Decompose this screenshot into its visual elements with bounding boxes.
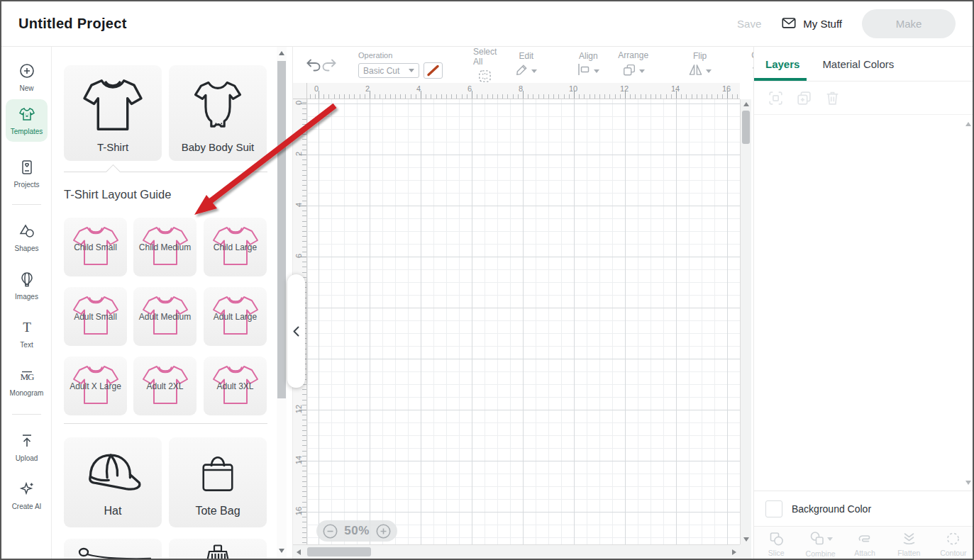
edit-button[interactable]: Edit (515, 51, 537, 79)
sidebar-item-projects[interactable]: Projects (1, 159, 52, 189)
trash-icon[interactable] (824, 89, 841, 107)
attach-button[interactable]: Attach (843, 527, 887, 560)
section-divider (64, 423, 267, 424)
scroll-right-arrow[interactable] (732, 549, 736, 555)
template-tile-partial-right[interactable] (169, 539, 267, 559)
duplicate-icon[interactable] (795, 89, 813, 107)
sidebar-item-create-ai[interactable]: Create AI (1, 481, 52, 510)
sidebar-item-templates[interactable]: Templates (6, 99, 48, 142)
operation-select[interactable]: Basic Cut (358, 63, 419, 78)
size-tile-adult-medium[interactable]: Adult Medium (133, 287, 197, 346)
panel-collapse-handle[interactable] (287, 274, 305, 388)
make-button[interactable]: Make (862, 9, 956, 38)
my-stuff-label: My Stuff (803, 18, 842, 30)
size-tile-child-small[interactable]: Child Small (64, 218, 127, 276)
scroll-down-arrow[interactable] (279, 549, 284, 553)
ruler-tick-label: 12 (294, 404, 303, 414)
background-color-swatch[interactable] (765, 500, 782, 517)
canvas-column: Operation Basic Cut Select All (292, 47, 753, 559)
scroll-down-arrow[interactable] (743, 537, 749, 542)
tab-material-colors[interactable]: Material Colors (822, 58, 894, 70)
combine-button[interactable]: Combine (798, 527, 842, 560)
plus-circle-icon (18, 62, 35, 81)
layers-list-area[interactable] (754, 115, 974, 491)
material-color-swatch[interactable] (424, 62, 443, 79)
scrollbar-thumb[interactable] (742, 111, 750, 144)
sidebar-item-label: Monogram (10, 389, 44, 397)
slice-button[interactable]: Slice (754, 527, 798, 560)
chevron-down-icon (706, 69, 712, 73)
sidebar-item-shapes[interactable]: Shapes (1, 223, 52, 252)
flatten-label: Flatten (897, 549, 920, 557)
size-label: Adult X Large (64, 381, 127, 391)
sidebar-item-monogram[interactable]: MG Monogram (1, 367, 52, 397)
right-panel-tabs: Layers Material Colors (754, 47, 974, 82)
template-tile-baby-body-suit[interactable]: Baby Body Suit (169, 65, 267, 161)
scroll-up-arrow[interactable] (743, 102, 749, 106)
size-tile-adult-x-large[interactable]: Adult X Large (64, 357, 127, 415)
templates-panel: T-Shirt Baby Body Suit T-Shirt Layout Gu… (52, 47, 292, 559)
sidebar-item-text[interactable]: T Text (1, 319, 52, 349)
sidebar-item-upload[interactable]: Upload (1, 432, 52, 462)
sidebar-item-images[interactable]: Images (1, 271, 52, 301)
sidebar-divider (12, 414, 41, 415)
group-icon[interactable] (767, 89, 785, 107)
contour-icon (945, 531, 961, 547)
template-tile-tote-bag[interactable]: Tote Bag (169, 437, 267, 527)
size-tile-adult-small[interactable]: Adult Small (64, 287, 127, 346)
background-color-label: Background Color (792, 503, 871, 515)
pencil-icon (515, 63, 528, 79)
chevron-down-icon (531, 69, 537, 73)
undo-button[interactable] (306, 58, 321, 72)
apron-icon (198, 544, 238, 559)
slice-label: Slice (768, 549, 785, 557)
ruler-tick-label: 0 (294, 99, 303, 108)
arrange-label: Arrange (618, 50, 648, 60)
size-tile-child-large[interactable]: Child Large (204, 218, 267, 276)
scroll-up-arrow[interactable] (279, 51, 284, 55)
scrollbar-thumb[interactable] (277, 61, 286, 398)
templates-scrollbar[interactable] (277, 47, 287, 559)
redo-button[interactable] (321, 58, 337, 72)
my-stuff-button[interactable]: My Stuff (781, 16, 842, 32)
contour-button[interactable]: Contour (931, 527, 974, 560)
scroll-down-arrow[interactable] (965, 481, 971, 485)
size-tile-adult-large[interactable]: Adult Large (204, 287, 267, 346)
size-tile-child-medium[interactable]: Child Medium (133, 218, 197, 276)
sidebar-item-label: Projects (13, 181, 39, 189)
template-tile-tshirt[interactable]: T-Shirt (64, 65, 162, 161)
flip-label: Flip (693, 51, 707, 61)
zoom-in-button[interactable] (376, 524, 391, 539)
template-tile-hat[interactable]: Hat (64, 437, 162, 527)
template-tile-partial-left[interactable] (64, 539, 162, 559)
flatten-button[interactable]: Flatten (887, 527, 931, 560)
design-canvas-grid[interactable] (307, 99, 740, 544)
chevron-left-icon (293, 326, 299, 337)
zoom-out-button[interactable] (323, 524, 338, 539)
bodysuit-outline-icon (188, 77, 248, 136)
ruler-tick-label: 6 (294, 251, 303, 261)
flip-button[interactable]: Flip (688, 51, 712, 79)
arrange-button[interactable]: Arrange (618, 50, 648, 79)
scroll-up-arrow[interactable] (965, 122, 971, 126)
tab-layers[interactable]: Layers (765, 58, 799, 70)
ruler-tick-label: 8 (519, 84, 523, 93)
save-button[interactable]: Save (737, 18, 761, 30)
size-tile-adult-3xl[interactable]: Adult 3XL (204, 357, 267, 415)
ruler-corner (293, 83, 307, 99)
ruler-tick-label: 14 (294, 455, 303, 465)
align-button[interactable]: Align (577, 51, 599, 79)
canvas-horizontal-scrollbar[interactable] (293, 544, 740, 559)
sidebar-item-label: Shapes (15, 245, 39, 252)
scroll-left-arrow[interactable] (297, 549, 301, 555)
project-card-icon (18, 159, 35, 177)
sparkle-icon (18, 481, 35, 499)
app-window: Untitled Project Save My Stuff Make New … (0, 0, 974, 560)
scrollbar-thumb[interactable] (307, 547, 371, 556)
canvas-vertical-scrollbar[interactable] (740, 99, 751, 544)
ruler-tick-label: 4 (294, 200, 303, 210)
select-all-button[interactable]: Select All (473, 47, 497, 84)
sidebar-item-new[interactable]: New (1, 62, 52, 92)
size-tile-adult-2xl[interactable]: Adult 2XL (133, 357, 197, 415)
size-label: Adult 2XL (133, 381, 197, 391)
